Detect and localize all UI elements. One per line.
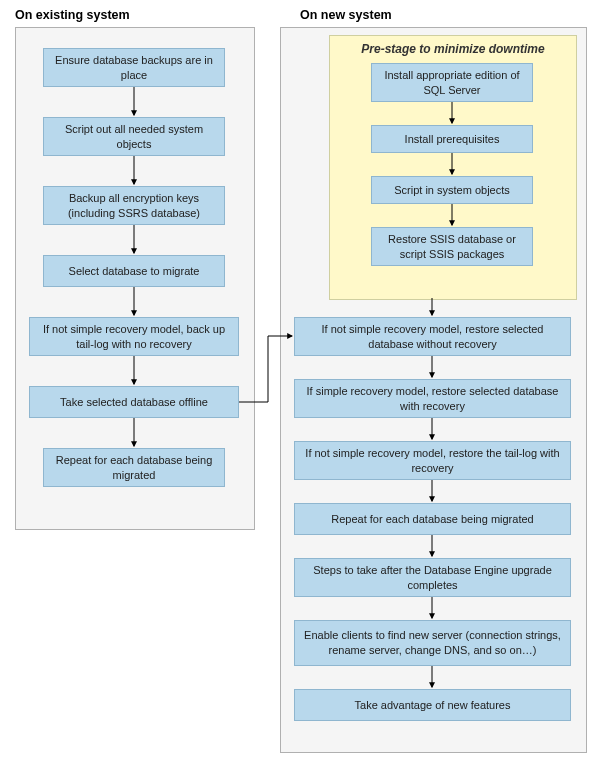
left-step-2: Script out all needed system objects [43, 117, 225, 156]
prestage-step-2: Install prerequisites [371, 125, 533, 153]
left-step-3: Backup all encryption keys (including SS… [43, 186, 225, 225]
prestage-title: Pre-stage to minimize downtime [330, 42, 576, 56]
prestage-step-4: Restore SSIS database or script SSIS pac… [371, 227, 533, 266]
left-step-6: Take selected database offline [29, 386, 239, 418]
right-column-title: On new system [300, 8, 392, 22]
right-step-7: Take advantage of new features [294, 689, 571, 721]
right-step-6: Enable clients to find new server (conne… [294, 620, 571, 666]
right-step-5: Steps to take after the Database Engine … [294, 558, 571, 597]
right-step-1: If not simple recovery model, restore se… [294, 317, 571, 356]
right-step-3: If not simple recovery model, restore th… [294, 441, 571, 480]
left-step-4: Select database to migrate [43, 255, 225, 287]
left-step-7: Repeat for each database being migrated [43, 448, 225, 487]
right-step-2: If simple recovery model, restore select… [294, 379, 571, 418]
prestage-step-1: Install appropriate edition of SQL Serve… [371, 63, 533, 102]
right-step-4: Repeat for each database being migrated [294, 503, 571, 535]
left-step-5: If not simple recovery model, back up ta… [29, 317, 239, 356]
prestage-step-3: Script in system objects [371, 176, 533, 204]
left-column-title: On existing system [15, 8, 130, 22]
left-step-1: Ensure database backups are in place [43, 48, 225, 87]
